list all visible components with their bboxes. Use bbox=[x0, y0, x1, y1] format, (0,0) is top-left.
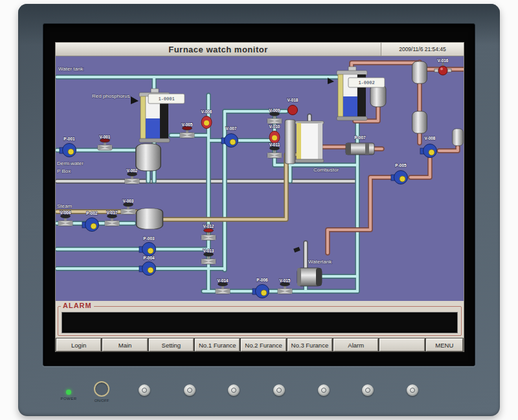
equipment-tag: V-008 bbox=[425, 136, 436, 140]
equipment-tag: P-007 bbox=[354, 135, 366, 140]
valve-icon bbox=[180, 126, 194, 138]
feed-vessel bbox=[136, 144, 161, 171]
toolbar-button-alarm[interactable]: Alarm bbox=[333, 338, 378, 351]
equipment-tag: V-011 bbox=[269, 142, 280, 147]
exchanger-b bbox=[412, 61, 427, 83]
equipment-tag: V-015 bbox=[280, 278, 291, 283]
valve-icon bbox=[98, 138, 112, 150]
pump-icon bbox=[139, 262, 156, 276]
exchanger-a bbox=[370, 85, 386, 107]
vessels bbox=[136, 61, 464, 286]
valve-icon bbox=[267, 146, 282, 158]
toolbar-button-setting[interactable]: Setting bbox=[149, 338, 194, 351]
toolbar-button-menu[interactable]: MENU bbox=[426, 338, 463, 351]
process-diagram: 1-0001 1-0002 bbox=[55, 56, 464, 301]
indicator-icon bbox=[201, 116, 212, 129]
equipment-tag: P-006 bbox=[256, 278, 268, 282]
function-button-7[interactable] bbox=[407, 384, 418, 396]
equipment-tag: V-009 bbox=[269, 108, 280, 113]
valve-icon bbox=[125, 172, 139, 184]
alarm-panel: ALARM bbox=[55, 301, 464, 338]
ball-valve-icon bbox=[434, 63, 451, 75]
equipment-tag: V-012 bbox=[203, 224, 214, 228]
toolbar-button-blank[interactable] bbox=[379, 338, 424, 351]
function-button-6[interactable] bbox=[362, 384, 374, 396]
alarm-label: ALARM bbox=[61, 302, 94, 309]
valve-icon bbox=[105, 214, 119, 226]
function-button-3[interactable] bbox=[228, 384, 240, 396]
power-led bbox=[66, 390, 71, 395]
area-label: Demi-water bbox=[57, 160, 84, 166]
valve-icon bbox=[121, 203, 135, 214]
reactor-column-2 bbox=[337, 67, 367, 120]
page-title: Furnace watch monitor bbox=[56, 43, 381, 56]
pump-icon bbox=[391, 171, 408, 184]
toolbar-button-no2-furnace[interactable]: No.2 Furance bbox=[241, 338, 286, 351]
area-label: Water tank bbox=[58, 66, 84, 72]
function-button-4[interactable] bbox=[273, 384, 285, 396]
equipment-tag: V-018 bbox=[287, 98, 298, 102]
equipment-tag: P-002 bbox=[86, 211, 98, 216]
power-label: POWER bbox=[54, 397, 83, 401]
scrubber-column bbox=[285, 120, 295, 164]
area-label: P Box bbox=[57, 168, 71, 174]
equipment-tag: V-002 bbox=[127, 168, 138, 173]
pump-icon bbox=[60, 144, 76, 157]
equipment-tag: V-013 bbox=[203, 249, 214, 253]
equipment-tag: P-001 bbox=[63, 137, 75, 141]
function-button-5[interactable] bbox=[318, 384, 330, 396]
equipment-tag: P-004 bbox=[143, 256, 155, 260]
function-button-1[interactable] bbox=[139, 384, 150, 396]
pump-icon bbox=[420, 144, 437, 158]
valve-icon bbox=[201, 228, 216, 240]
drain-valve-icon bbox=[293, 247, 300, 252]
receiver-tank bbox=[453, 129, 464, 146]
area-label: Watertank bbox=[308, 259, 332, 265]
power-button-label: ON/OFF bbox=[86, 399, 117, 403]
meter-value: 1-0001 bbox=[158, 96, 174, 102]
equipment-tag: V-017 bbox=[107, 210, 118, 215]
area-label: Steam bbox=[57, 203, 72, 209]
indicator-icon bbox=[288, 105, 298, 115]
bezel-controls: POWER ON/OFF bbox=[18, 370, 500, 413]
equipment-tag: V-001 bbox=[100, 135, 111, 139]
equipment-tag: V-004 bbox=[60, 210, 71, 215]
steam-drum bbox=[137, 208, 163, 229]
pump-icon bbox=[253, 285, 269, 298]
equipment-tag: V-003 bbox=[123, 199, 134, 203]
horizontal-pump-icon bbox=[346, 143, 374, 155]
combustor-vessel bbox=[295, 121, 324, 162]
indicator-icon bbox=[269, 131, 280, 144]
toolbar: Login Main Setting No.1 Furance No.2 Fur… bbox=[55, 338, 464, 352]
exchanger-c bbox=[412, 111, 427, 133]
equipment-tag: V-014 bbox=[218, 278, 229, 283]
monitor-bezel: Furnace watch monitor 2009/11/6 21:54:45 bbox=[18, 4, 500, 416]
feeder-icon bbox=[131, 96, 139, 104]
equipment-tag: V-016 bbox=[438, 58, 449, 63]
equipment-tag: V-010 bbox=[269, 124, 280, 129]
equipment-tag: P-005 bbox=[395, 163, 407, 168]
power-button[interactable] bbox=[94, 381, 109, 397]
clock: 2009/11/6 21:54:45 bbox=[381, 43, 464, 56]
meter-value: 1-0002 bbox=[358, 80, 374, 85]
equipment-tag: V-006 bbox=[201, 109, 212, 114]
equipment-tag: P-003 bbox=[143, 236, 155, 241]
valve-icon bbox=[216, 282, 230, 294]
valve-icon bbox=[58, 214, 73, 226]
valve-icon bbox=[278, 282, 292, 294]
watertank-vessel bbox=[297, 268, 322, 286]
valve-icon bbox=[201, 252, 216, 264]
function-button-2[interactable] bbox=[184, 384, 196, 396]
toolbar-button-no1-furnace[interactable]: No.1 Furance bbox=[195, 338, 240, 351]
valve-icon bbox=[267, 112, 282, 124]
equipment-tag: V-007 bbox=[226, 126, 237, 131]
area-label: Red phosphorus bbox=[92, 93, 130, 99]
toolbar-button-main[interactable]: Main bbox=[102, 338, 147, 351]
toolbar-button-no3-furnace[interactable]: No.3 Furance bbox=[287, 338, 332, 351]
area-label: Combustor bbox=[313, 167, 339, 173]
equipment-tag: V-005 bbox=[182, 122, 193, 127]
screen: Furnace watch monitor 2009/11/6 21:54:45 bbox=[43, 23, 475, 366]
toolbar-button-login[interactable]: Login bbox=[56, 338, 101, 351]
title-bar: Furnace watch monitor 2009/11/6 21:54:45 bbox=[55, 42, 464, 56]
pump-icon bbox=[82, 218, 99, 232]
